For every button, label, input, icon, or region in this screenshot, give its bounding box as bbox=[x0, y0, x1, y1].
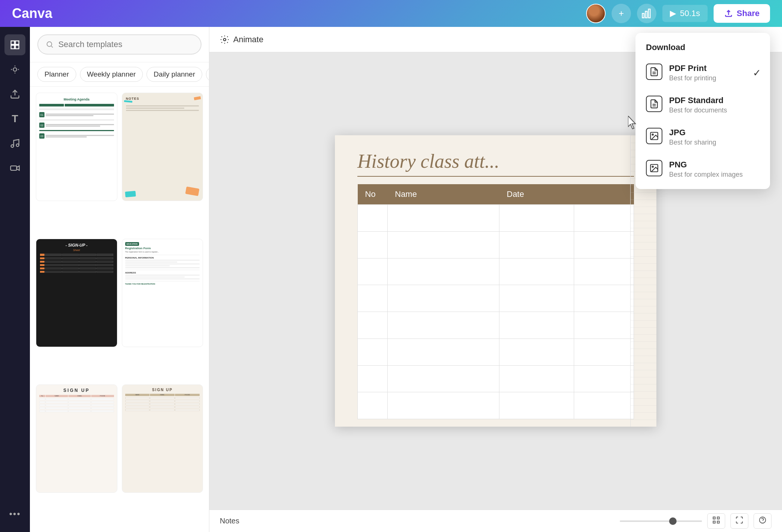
filter-calendar[interactable]: Calend... bbox=[206, 67, 209, 82]
table-row bbox=[358, 258, 634, 285]
table-row bbox=[358, 231, 634, 258]
svg-rect-10 bbox=[10, 166, 16, 170]
jpg-name: JPG bbox=[669, 128, 716, 137]
sidebar-item-elements[interactable] bbox=[4, 59, 25, 80]
pdf-standard-icon bbox=[646, 96, 662, 112]
download-item-png[interactable]: PNG Best for complex images bbox=[635, 153, 770, 185]
doc-divider bbox=[357, 176, 634, 177]
svg-rect-2 bbox=[649, 9, 650, 18]
template-signup-beige[interactable]: SIGN UP NAME EMAIL PHONE bbox=[122, 384, 203, 493]
pdf-print-desc: Best for printing bbox=[669, 74, 716, 82]
share-label: Share bbox=[737, 9, 760, 18]
duration-label: 50.1s bbox=[680, 9, 700, 18]
pdf-standard-name: PDF Standard bbox=[669, 96, 727, 105]
svg-rect-1 bbox=[646, 11, 647, 18]
filter-weekly-planner[interactable]: Weekly planner bbox=[80, 67, 143, 82]
analytics-button[interactable] bbox=[637, 4, 656, 23]
canva-logo[interactable]: Canva bbox=[12, 6, 52, 21]
table-header-date: Date bbox=[499, 184, 574, 205]
template-notes[interactable]: NOTES bbox=[122, 93, 203, 201]
download-title: Download bbox=[635, 37, 770, 57]
play-icon: ▶ bbox=[670, 9, 676, 18]
help-button[interactable] bbox=[754, 513, 772, 529]
svg-point-7 bbox=[13, 68, 16, 71]
png-name: PNG bbox=[669, 160, 743, 170]
canvas-document[interactable]: History class att... No Name Date bbox=[335, 135, 656, 427]
pdf-print-check: ✓ bbox=[753, 67, 761, 79]
doc-title: History class att... bbox=[335, 135, 656, 176]
bottom-bar: Notes bbox=[209, 510, 782, 532]
fullscreen-button[interactable] bbox=[730, 513, 748, 529]
sidebar-item-video[interactable] bbox=[4, 158, 25, 179]
svg-point-23 bbox=[652, 134, 653, 135]
search-input[interactable] bbox=[58, 40, 193, 49]
share-button[interactable]: Share bbox=[714, 4, 770, 23]
table-header-extra bbox=[574, 184, 634, 205]
template-signup-light[interactable]: SIGN UP No NAME EMAIL PHONE bbox=[36, 384, 117, 493]
animate-icon bbox=[220, 35, 230, 44]
svg-rect-5 bbox=[11, 45, 15, 49]
jpg-text: JPG Best for sharing bbox=[669, 128, 716, 146]
animate-label: Animate bbox=[233, 35, 264, 44]
table-row bbox=[358, 205, 634, 232]
add-button[interactable]: + bbox=[612, 4, 631, 23]
svg-rect-0 bbox=[642, 13, 644, 18]
pdf-standard-desc: Best for documents bbox=[669, 106, 727, 114]
play-button[interactable]: ▶ 50.1s bbox=[662, 5, 708, 22]
table-row bbox=[358, 312, 634, 339]
table-row bbox=[358, 365, 634, 392]
sidebar-item-text[interactable]: T bbox=[4, 108, 25, 129]
svg-point-9 bbox=[16, 144, 19, 146]
pdf-standard-text: PDF Standard Best for documents bbox=[669, 96, 727, 114]
jpg-icon bbox=[646, 128, 662, 144]
svg-rect-15 bbox=[713, 521, 715, 523]
pdf-print-icon bbox=[646, 64, 662, 80]
table-row bbox=[358, 338, 634, 365]
sidebar-item-templates[interactable] bbox=[4, 34, 25, 55]
download-item-jpg[interactable]: JPG Best for sharing bbox=[635, 121, 770, 153]
svg-rect-6 bbox=[15, 45, 19, 49]
zoom-controls bbox=[620, 513, 772, 529]
svg-rect-3 bbox=[11, 41, 15, 44]
pdf-print-name: PDF Print bbox=[669, 64, 716, 73]
template-meeting-agenda[interactable]: Meeting Agenda 01 02 bbox=[36, 93, 117, 201]
sidebar-item-upload[interactable] bbox=[4, 84, 25, 105]
header-right: + ▶ 50.1s Share bbox=[586, 4, 770, 23]
left-sidebar: T ••• bbox=[0, 27, 30, 532]
sidebar-item-music[interactable] bbox=[4, 133, 25, 154]
search-icon bbox=[46, 40, 54, 49]
template-registration[interactable]: EDUCATION Registration Form The registra… bbox=[122, 239, 203, 347]
template-signup-dark[interactable]: - SIGN-UP - Sheet bbox=[36, 239, 117, 347]
template-panel: Planner Weekly planner Daily planner Cal… bbox=[30, 27, 209, 532]
svg-point-12 bbox=[224, 38, 226, 41]
doc-table: No Name Date bbox=[357, 184, 634, 419]
search-input-wrap[interactable] bbox=[37, 34, 201, 55]
download-item-pdf-standard[interactable]: PDF Standard Best for documents bbox=[635, 89, 770, 121]
template-grid: Meeting Agenda 01 02 bbox=[30, 87, 209, 532]
svg-rect-14 bbox=[717, 517, 720, 519]
svg-point-8 bbox=[11, 145, 14, 148]
animate-button[interactable]: Animate bbox=[220, 35, 264, 44]
png-desc: Best for complex images bbox=[669, 171, 743, 179]
zoom-slider[interactable] bbox=[620, 520, 702, 522]
svg-rect-4 bbox=[15, 41, 19, 44]
zoom-thumb[interactable] bbox=[669, 517, 677, 525]
avatar[interactable] bbox=[586, 4, 606, 23]
svg-point-25 bbox=[652, 166, 653, 167]
svg-rect-16 bbox=[717, 521, 720, 523]
table-header-name: Name bbox=[388, 184, 499, 205]
svg-point-11 bbox=[47, 42, 52, 47]
png-icon bbox=[646, 160, 662, 176]
search-bar bbox=[30, 27, 209, 62]
fit-page-button[interactable] bbox=[707, 513, 725, 529]
jpg-desc: Best for sharing bbox=[669, 139, 716, 146]
table-row bbox=[358, 285, 634, 312]
download-item-pdf-print[interactable]: PDF Print Best for printing ✓ bbox=[635, 57, 770, 89]
filter-tags: Planner Weekly planner Daily planner Cal… bbox=[30, 62, 209, 87]
notes-button[interactable]: Notes bbox=[220, 517, 239, 525]
filter-planner[interactable]: Planner bbox=[37, 67, 76, 82]
filter-daily-planner[interactable]: Daily planner bbox=[147, 67, 202, 82]
pdf-print-text: PDF Print Best for printing bbox=[669, 64, 716, 82]
sidebar-item-more[interactable]: ••• bbox=[4, 504, 25, 525]
app-header: Canva + ▶ 50.1s Share bbox=[0, 0, 782, 27]
